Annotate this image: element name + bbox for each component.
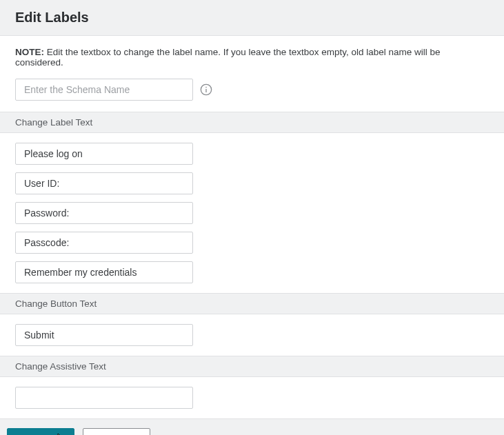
close-button[interactable]: Close bbox=[83, 428, 150, 435]
svg-point-1 bbox=[205, 87, 207, 88]
label-text-input-2[interactable] bbox=[15, 202, 193, 224]
note-prefix: NOTE: bbox=[15, 47, 44, 57]
section-body-assistive-text bbox=[0, 377, 504, 418]
label-text-input-1[interactable] bbox=[15, 172, 193, 194]
button-text-input-0[interactable] bbox=[15, 324, 193, 346]
dialog-title: Edit Labels bbox=[15, 10, 489, 26]
note-text: Edit the textbox to change the label nam… bbox=[15, 47, 441, 68]
section-body-button-text bbox=[0, 314, 504, 356]
section-body-label-text bbox=[0, 133, 504, 293]
label-text-input-4[interactable] bbox=[15, 261, 193, 283]
label-text-input-0[interactable] bbox=[15, 143, 193, 165]
section-header-assistive-text: Change Assistive Text bbox=[0, 356, 504, 377]
label-text-input-3[interactable] bbox=[15, 232, 193, 254]
info-icon bbox=[200, 83, 212, 96]
section-header-button-text: Change Button Text bbox=[0, 293, 504, 314]
section-header-label-text: Change Label Text bbox=[0, 112, 504, 133]
dialog-footer: Save Close bbox=[0, 418, 504, 435]
note-row: NOTE: Edit the textbox to change the lab… bbox=[0, 36, 504, 79]
schema-row bbox=[0, 79, 504, 112]
dialog-header: Edit Labels bbox=[0, 0, 504, 36]
save-button[interactable]: Save bbox=[7, 428, 74, 435]
schema-name-input[interactable] bbox=[15, 79, 193, 101]
assistive-text-input-0[interactable] bbox=[15, 387, 193, 409]
